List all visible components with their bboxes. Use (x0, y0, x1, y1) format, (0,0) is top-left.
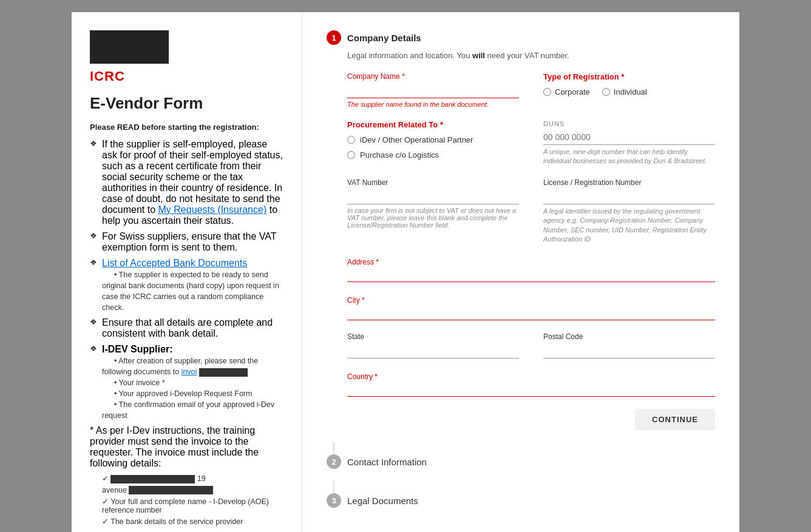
form-row-company: Company Name * The supplier name found i… (347, 72, 715, 108)
procurement-logistics-input[interactable] (347, 151, 355, 159)
city-field: City * (347, 294, 715, 320)
procurement-logistics[interactable]: Purchase c/o Logistics (347, 150, 519, 160)
step-2-header: 2 Contact Information (327, 454, 715, 469)
form-row-vat: VAT Number In case your firm is not subj… (347, 178, 715, 244)
radio-corporate-input[interactable] (543, 88, 551, 96)
radio-individual[interactable]: Individual (602, 87, 647, 96)
step-2-section: 2 Contact Information (327, 454, 715, 469)
idev-note: * As per I-Dev instructions, the trainin… (90, 425, 283, 469)
vat-label: VAT Number (347, 178, 519, 187)
company-name-field: Company Name * The supplier name found i… (347, 72, 519, 108)
license-hint: A legal identifier issued by the regulat… (543, 207, 715, 244)
form-row-procurement: Procurement Related To * iDev / Other Op… (347, 120, 715, 166)
form-title: E-Vendor Form (90, 94, 283, 113)
read-before-label: Please READ before starting the registra… (90, 123, 283, 132)
bullet-symbol: ❖ (90, 231, 98, 253)
my-requests-link[interactable]: My Requests (Insurance) (158, 204, 267, 215)
postal-code-input[interactable] (543, 343, 715, 359)
duns-hint: A unique, nine-digit number that can hel… (543, 147, 715, 166)
step-connector-1 (333, 442, 334, 454)
city-label: City * (347, 296, 365, 305)
step-3-circle: 3 (327, 493, 341, 508)
radio-corporate[interactable]: Corporate (543, 87, 590, 96)
vat-hint: In case your firm is not subject to VAT … (347, 207, 519, 229)
note-bullet-3: ✓ The bank details of the service provid… (102, 517, 283, 526)
city-input[interactable] (347, 305, 715, 320)
left-panel: ICRC E-Vendor Form Please READ before st… (72, 12, 302, 532)
state-input[interactable] (347, 343, 519, 359)
redacted-email (199, 368, 248, 377)
postal-code-label: Postal Code (543, 332, 715, 341)
note-bullet-1: ✓ 19 (102, 474, 283, 483)
list-item: ❖ If the supplier is self-employed, plea… (90, 139, 283, 226)
step-2-circle: 2 (327, 454, 341, 469)
vat-field: VAT Number In case your firm is not subj… (347, 178, 519, 244)
procurement-label: Procurement Related To * (347, 120, 519, 129)
country-field: Country * (347, 371, 715, 397)
right-panel: 1 Company Details Legal information and … (302, 12, 739, 532)
step-3-label: Legal Documents (347, 496, 418, 506)
bank-docs-link[interactable]: List of Accepted Bank Documents (102, 258, 247, 268)
country-input[interactable] (347, 382, 715, 397)
type-of-registration-label: Type of Registration * (543, 72, 715, 81)
postal-code-field: Postal Code (543, 332, 715, 359)
duns-label: DUNS (543, 120, 715, 127)
address-input[interactable] (347, 267, 715, 282)
step-1-content: Legal information and location. You will… (347, 51, 715, 430)
vat-input[interactable] (347, 189, 519, 204)
company-name-input[interactable] (347, 83, 519, 98)
country-label: Country * (347, 372, 378, 381)
address-field: Address * (347, 256, 715, 282)
note-bullet-2: ✓ Your full and complete name - I-Develo… (102, 497, 283, 514)
license-field: License / Registration Number A legal id… (543, 178, 715, 244)
step-3-header: 3 Legal Documents (327, 493, 715, 508)
procurement-idev[interactable]: iDev / Other Operational Partner (347, 135, 519, 144)
step-1-header: 1 Company Details (327, 30, 715, 45)
section-desc: Legal information and location. You will… (347, 51, 715, 60)
bullet-symbol: ❖ (90, 344, 98, 420)
registration-options: Corporate Individual (543, 87, 715, 96)
procurement-idev-input[interactable] (347, 136, 355, 144)
invoi-link[interactable]: invoi (182, 368, 197, 376)
state-field: State (347, 332, 519, 359)
company-name-label: Company Name * (347, 72, 519, 81)
step-1-circle: 1 (327, 30, 341, 45)
bullet-symbol: ❖ (90, 258, 98, 312)
procurement-field: Procurement Related To * iDev / Other Op… (347, 120, 519, 166)
duns-field: DUNS A unique, nine-digit number that ca… (543, 120, 715, 166)
bullet-symbol: ❖ (90, 317, 98, 339)
brand-name: ICRC (90, 69, 283, 84)
step-3-section: 3 Legal Documents (327, 493, 715, 508)
address-label: Address * (347, 258, 379, 266)
state-label: State (347, 332, 519, 341)
logo (90, 30, 169, 64)
license-input[interactable] (543, 189, 715, 204)
step-1-label: Company Details (347, 33, 421, 43)
list-item: ❖ I-DEV Supplier: • After creation of su… (90, 344, 283, 420)
radio-individual-input[interactable] (602, 88, 610, 96)
license-label: License / Registration Number (543, 178, 715, 187)
step-connector-2 (333, 481, 334, 493)
duns-input[interactable] (543, 130, 715, 145)
form-row-state: State Postal Code (347, 332, 715, 359)
step-1-section: 1 Company Details Legal information and … (327, 30, 715, 430)
list-item: ❖ List of Accepted Bank Documents • The … (90, 258, 283, 312)
note-bullet-address: avenue (102, 486, 283, 495)
company-name-hint: The supplier name found in the bank docu… (347, 101, 519, 108)
list-item: ❖ Ensure that all details are complete a… (90, 317, 283, 339)
step-2-label: Contact Information (347, 457, 427, 467)
type-of-registration-field: Type of Registration * Corporate Individ… (543, 72, 715, 108)
list-item: ❖ For Swiss suppliers, ensure that the V… (90, 231, 283, 253)
procurement-options: iDev / Other Operational Partner Purchas… (347, 135, 519, 160)
continue-button[interactable]: CONTINUE (635, 409, 715, 430)
bullet-symbol: ❖ (90, 139, 98, 226)
